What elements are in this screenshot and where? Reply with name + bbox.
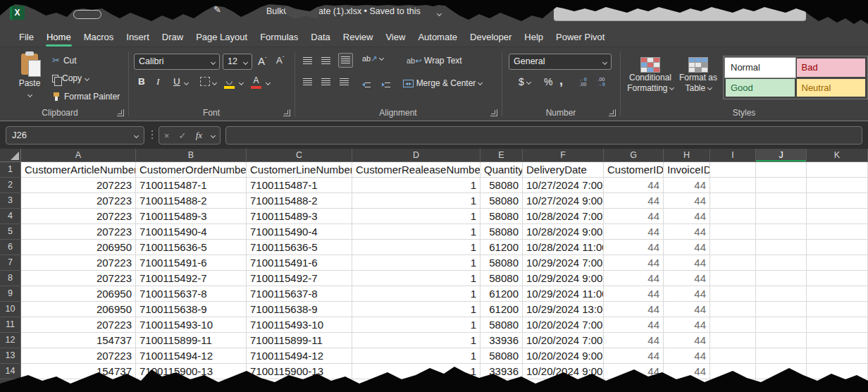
cell-C12[interactable]: 7100115899-11 <box>247 333 352 348</box>
cell-J6[interactable] <box>756 240 807 255</box>
cell-K11[interactable] <box>807 317 868 333</box>
cell-K8[interactable] <box>807 271 868 286</box>
row-header-6[interactable]: 6 <box>0 240 21 255</box>
cell-E10[interactable]: 61200 <box>480 302 523 317</box>
cell-C11[interactable]: 7100115493-10 <box>247 317 352 333</box>
cell-J14[interactable] <box>756 364 807 379</box>
cell-J[interactable] <box>756 379 807 392</box>
autosave-toggle[interactable] <box>73 10 101 19</box>
cell-style-bad[interactable]: Bad <box>797 59 866 77</box>
cell-E5[interactable]: 58080 <box>480 224 523 240</box>
increase-indent-button[interactable] <box>382 78 390 89</box>
menu-tab-formulas[interactable]: Formulas <box>254 28 304 47</box>
cell-C2[interactable]: 7100115487-1 <box>247 178 352 193</box>
cell-F3[interactable]: 10/27/2024 9:00 <box>523 193 604 209</box>
cell-E9[interactable]: 61200 <box>480 286 523 302</box>
cell-C13[interactable]: 7100115494-12 <box>247 348 352 364</box>
cell-K14[interactable] <box>807 364 868 379</box>
row-header-11[interactable]: 11 <box>0 317 21 333</box>
column-header-E[interactable]: E <box>480 149 523 162</box>
cell-A10[interactable]: 206950 <box>21 302 136 317</box>
cell-H9[interactable]: 44 <box>664 286 710 302</box>
cell-F8[interactable]: 10/29/2024 9:00 <box>523 271 604 286</box>
cell-I1[interactable] <box>710 162 756 178</box>
title-chevron-down-icon[interactable] <box>438 7 441 20</box>
underline-button[interactable]: U <box>173 76 180 87</box>
formula-input[interactable] <box>225 126 862 145</box>
cell-A12[interactable]: 154737 <box>21 333 136 348</box>
cell-A2[interactable]: 207223 <box>21 178 136 193</box>
increase-font-size-button[interactable]: Aˆ <box>258 55 267 67</box>
column-header-F[interactable]: F <box>523 149 604 162</box>
menu-tab-data[interactable]: Data <box>304 28 336 47</box>
menu-tab-automate[interactable]: Automate <box>411 28 464 47</box>
row-header-10[interactable]: 10 <box>0 302 21 317</box>
cell-H[interactable] <box>664 379 710 392</box>
cell-C3[interactable]: 7100115488-2 <box>247 193 352 209</box>
conditional-formatting-button[interactable]: ConditionalFormatting <box>626 54 675 94</box>
fill-color-button[interactable]: ◡ <box>224 75 235 89</box>
cell-I10[interactable] <box>710 302 756 317</box>
cell-K3[interactable] <box>807 193 868 209</box>
cell-I6[interactable] <box>710 240 756 255</box>
cell-E2[interactable]: 58080 <box>480 178 523 193</box>
enter-icon[interactable]: ✓ <box>178 130 186 141</box>
cell-B13[interactable]: 7100115494-12 <box>136 348 247 364</box>
column-header-D[interactable]: D <box>352 149 480 162</box>
cell-H11[interactable]: 44 <box>664 317 710 333</box>
cell-C5[interactable]: 7100115490-4 <box>247 224 352 240</box>
wrap-text-button[interactable]: ab↩ Wrap Text <box>407 55 462 66</box>
cell-D10[interactable]: 1 <box>352 302 480 317</box>
accounting-format-button[interactable]: $ <box>519 76 531 87</box>
merge-center-button[interactable]: Merge & Center <box>403 78 482 88</box>
align-right-button[interactable] <box>340 77 349 87</box>
cell-K4[interactable] <box>807 209 868 224</box>
column-header-G[interactable]: G <box>604 149 664 162</box>
cell-E4[interactable]: 58080 <box>480 209 523 224</box>
cell-K13[interactable] <box>807 348 868 364</box>
cell-J9[interactable] <box>756 286 807 302</box>
cell-F1[interactable]: DeliveryDate <box>523 162 604 178</box>
cell-C8[interactable]: 7100115492-7 <box>247 271 352 286</box>
cut-button[interactable]: ✂ Cut <box>52 55 77 66</box>
cell-F[interactable] <box>523 379 604 392</box>
cell-G3[interactable]: 44 <box>604 193 664 209</box>
italic-button[interactable]: I <box>156 76 160 87</box>
cell-C10[interactable]: 7100115638-9 <box>247 302 352 317</box>
cell-A14[interactable]: 154737 <box>21 364 136 379</box>
cell-K5[interactable] <box>807 224 868 240</box>
cell-C14[interactable]: 7100115900-13 <box>247 364 352 379</box>
cell-B7[interactable]: 7100115491-6 <box>136 255 247 271</box>
cell-D4[interactable]: 1 <box>352 209 480 224</box>
format-as-table-button[interactable]: Format asTable <box>676 54 720 94</box>
cell-D8[interactable]: 1 <box>352 271 480 286</box>
column-header-J[interactable]: J <box>756 149 807 162</box>
cell-D1[interactable]: CustomerRealeaseNumber <box>352 162 480 178</box>
cell-C9[interactable]: 7100115637-8 <box>247 286 352 302</box>
menu-tab-power-pivot[interactable]: Power Pivot <box>550 28 611 47</box>
menu-tab-draw[interactable]: Draw <box>156 28 190 47</box>
cell-J2[interactable] <box>756 178 807 193</box>
align-left-button[interactable] <box>303 77 312 87</box>
fx-chevron-icon[interactable] <box>211 133 216 137</box>
cell-I12[interactable] <box>710 333 756 348</box>
cell-F5[interactable]: 10/28/2024 9:00 <box>523 224 604 240</box>
row-header-13[interactable]: 13 <box>0 348 21 364</box>
cell-I2[interactable] <box>710 178 756 193</box>
cell-B12[interactable]: 7100115899-11 <box>136 333 247 348</box>
row-header-8[interactable]: 8 <box>0 271 21 286</box>
decrease-indent-button[interactable] <box>362 78 371 89</box>
name-box[interactable]: J26 <box>6 126 144 145</box>
cell-C7[interactable]: 7100115491-6 <box>247 255 352 271</box>
cell-B5[interactable]: 7100115490-4 <box>136 224 247 240</box>
cell-B4[interactable]: 7100115489-3 <box>136 209 247 224</box>
orientation-button[interactable]: ab↗ <box>362 54 383 63</box>
cell-G6[interactable]: 44 <box>604 240 664 255</box>
cell-I3[interactable] <box>710 193 756 209</box>
column-header-A[interactable]: A <box>21 149 136 162</box>
cell-B6[interactable]: 7100115636-5 <box>136 240 247 255</box>
menu-tab-insert[interactable]: Insert <box>120 28 156 47</box>
cell-A7[interactable]: 207223 <box>21 255 136 271</box>
select-all-button[interactable] <box>0 149 21 162</box>
cell-I11[interactable] <box>710 317 756 333</box>
